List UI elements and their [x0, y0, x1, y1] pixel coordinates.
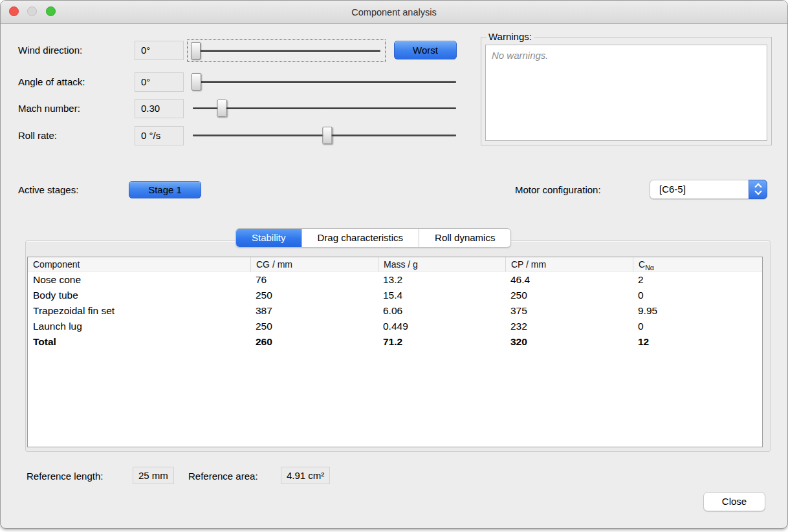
table-cell: 9.95 [633, 303, 762, 319]
roll-rate-value[interactable]: 0 °/s [135, 126, 184, 145]
wind-direction-label: Wind direction: [18, 41, 82, 60]
table-cell: 0 [633, 288, 762, 303]
slider-thumb-icon[interactable] [191, 42, 201, 59]
table-row[interactable]: Body tube25015.42500 [28, 288, 762, 303]
table-cell: 0.449 [378, 319, 505, 334]
column-header: CG / mm [250, 257, 378, 271]
reference-length-value: 25 mm [133, 467, 174, 484]
warnings-title: Warnings: [487, 31, 534, 42]
table-row[interactable]: Launch lug2500.4492320 [28, 319, 762, 334]
table-header: ComponentCG / mmMass / gCP / mmCNα [28, 257, 762, 272]
table-cell: 320 [505, 334, 633, 350]
column-header: Mass / g [378, 257, 505, 271]
title-bar[interactable]: Component analysis [1, 1, 787, 24]
wind-direction-value[interactable]: 0° [135, 41, 184, 60]
slider-track[interactable] [193, 107, 456, 109]
wind-direction-slider-focus [187, 39, 386, 62]
angle-of-attack-label: Angle of attack: [18, 72, 85, 92]
wind-direction-slider[interactable] [191, 41, 382, 61]
table-cell: 46.4 [505, 272, 633, 288]
roll-rate-slider[interactable] [192, 126, 457, 145]
table-cell: Nose cone [28, 272, 250, 288]
chevron-down-icon [754, 187, 761, 195]
close-button[interactable]: Close [703, 492, 765, 511]
table-cell: 260 [250, 334, 378, 350]
table-cell: Trapezoidal fin set [28, 303, 250, 319]
active-stages-label: Active stages: [18, 180, 78, 200]
warnings-content: No warnings. [485, 45, 767, 141]
mach-number-label: Mach number: [18, 99, 80, 118]
tab-roll-dynamics[interactable]: Roll dynamics [419, 229, 510, 247]
combo-stepper-icon[interactable] [749, 180, 767, 199]
stability-table: ComponentCG / mmMass / gCP / mmCNα Nose … [27, 257, 763, 447]
table-cell: 13.2 [378, 272, 505, 288]
table-cell: 76 [250, 272, 378, 288]
column-header: Component [28, 257, 250, 271]
table-cell: 250 [250, 319, 378, 334]
table-cell: 375 [505, 303, 633, 319]
table-cell: Total [28, 334, 250, 350]
table-cell: Launch lug [28, 319, 250, 334]
component-analysis-window: Component analysis Wind direction: 0° Wo… [0, 0, 788, 529]
motor-configuration-label: Motor configuration: [515, 180, 601, 200]
table-cell: 232 [505, 319, 633, 334]
column-header: CP / mm [505, 257, 633, 271]
roll-rate-label: Roll rate: [18, 126, 57, 145]
slider-thumb-icon[interactable] [217, 100, 227, 117]
table-cell: 15.4 [378, 288, 505, 303]
table-cell: 71.2 [378, 334, 505, 350]
table-cell: 250 [250, 288, 378, 303]
table-row[interactable]: Total26071.232012 [28, 334, 762, 350]
reference-area-label: Reference area: [188, 467, 258, 486]
table-cell: 2 [633, 272, 762, 288]
motor-configuration-value: [C6-5] [659, 180, 686, 198]
warnings-panel: Warnings: No warnings. [481, 37, 772, 145]
table-cell: 12 [633, 334, 762, 350]
table-cell: 250 [505, 288, 633, 303]
worst-button[interactable]: Worst [394, 41, 457, 59]
tab-stability[interactable]: Stability [236, 229, 301, 247]
reference-length-label: Reference length: [27, 467, 103, 486]
tab-drag-characteristics[interactable]: Drag characteristics [301, 229, 419, 247]
table-cell: 387 [250, 303, 378, 319]
angle-of-attack-slider[interactable] [192, 72, 457, 92]
mach-number-value[interactable]: 0.30 [135, 99, 184, 118]
angle-of-attack-value[interactable]: 0° [135, 72, 184, 92]
stage-1-toggle-button[interactable]: Stage 1 [129, 181, 201, 198]
mach-number-slider[interactable] [192, 99, 457, 118]
table-row[interactable]: Nose cone7613.246.42 [28, 272, 762, 288]
window-title: Component analysis [1, 1, 787, 24]
table-cell: Body tube [28, 288, 250, 303]
column-header: CNα [633, 257, 762, 271]
tab-bar: StabilityDrag characteristicsRoll dynami… [235, 228, 511, 248]
slider-thumb-icon[interactable] [192, 73, 201, 90]
table-cell: 0 [633, 319, 762, 334]
reference-area-value: 4.91 cm² [281, 467, 330, 484]
motor-configuration-select[interactable]: [C6-5] [650, 180, 767, 199]
table-row[interactable]: Trapezoidal fin set3876.063759.95 [28, 303, 762, 319]
table-body: Nose cone7613.246.42Body tube25015.42500… [28, 272, 762, 350]
slider-track[interactable] [193, 81, 456, 83]
slider-thumb-icon[interactable] [322, 127, 332, 144]
table-cell: 6.06 [378, 303, 505, 319]
slider-track[interactable] [192, 50, 380, 52]
